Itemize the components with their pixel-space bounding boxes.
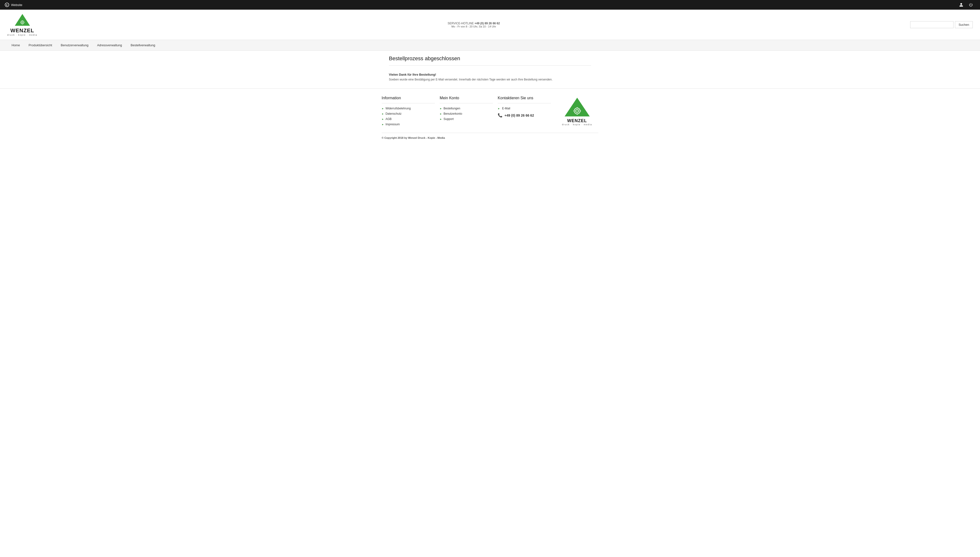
footer-logo-icon: [563, 96, 592, 117]
footer-konto-links: ► Bestellungen ► Benutzerkonto ► Support: [440, 107, 493, 121]
main-content: Bestellprozess abgeschlossen Vielen Dank…: [382, 50, 598, 84]
footer-contact-col: Kontaktieren Sie uns ► E-Mail 📞 +49 (0) …: [498, 96, 556, 128]
email-link[interactable]: E-Mail: [502, 107, 510, 110]
nav-item-addresses[interactable]: Adressverwaltung: [93, 40, 126, 50]
arrow-icon: ►: [382, 107, 384, 110]
arrow-icon: ►: [440, 107, 442, 110]
footer-konto-title: Mein Konto: [440, 96, 493, 103]
arrow-icon: ►: [440, 118, 442, 121]
svg-point-11: [577, 111, 578, 112]
top-bar: ▶ Website: [0, 0, 980, 10]
header-hotline: SERVICE-HOTLINE +49 (0) 89 26 66 62 Mo -…: [448, 22, 500, 28]
arrow-icon: ►: [382, 112, 384, 115]
nav-item-users[interactable]: Benutzerverwaltung: [56, 40, 93, 50]
arrow-icon: ►: [382, 123, 384, 126]
footer-contact-title: Kontaktieren Sie uns: [498, 96, 551, 103]
user-icon-button[interactable]: [957, 0, 965, 9]
website-link[interactable]: ▶ Website: [5, 3, 23, 7]
footer-link-bestellungen[interactable]: ► Bestellungen: [440, 107, 493, 110]
copyright-brand: Wenzel Druck - Kopie - Media: [408, 136, 445, 139]
success-title: Vielen Dank für Ihre Bestellung!: [389, 73, 591, 77]
footer-link-benutzerkonto[interactable]: ► Benutzerkonto: [440, 112, 493, 116]
arrow-icon: ►: [440, 112, 442, 115]
footer-konto-col: Mein Konto ► Bestellungen ► Benutzerkont…: [440, 96, 498, 128]
success-message: Vielen Dank für Ihre Bestellung! Soeben …: [389, 70, 591, 84]
nav-item-orders[interactable]: Bestellverwaltung: [126, 40, 159, 50]
footer-info-links: ► Widerrufsbelehrung ► Datenschutz ► AGB…: [382, 107, 435, 126]
nav-item-home[interactable]: Home: [7, 40, 24, 50]
footer-logo: WENZEL druck · kopie · media: [562, 96, 592, 126]
nav-item-products[interactable]: Produktübersicht: [24, 40, 57, 50]
footer-logo-subtitle: druck · kopie · media: [562, 123, 592, 126]
footer-logo-col: WENZEL druck · kopie · media: [556, 96, 598, 128]
success-text: Soeben wurde eine Bestätigung per E-Mail…: [389, 78, 591, 81]
hotline-number: +49 (0) 89 26 66 62: [475, 22, 500, 25]
footer-link-widerrufsbelehrung[interactable]: ► Widerrufsbelehrung: [382, 107, 435, 110]
website-label: Website: [11, 3, 23, 7]
footer-inner: Information ► Widerrufsbelehrung ► Daten…: [382, 96, 598, 128]
top-bar-actions: [957, 0, 975, 9]
footer-link-impressum[interactable]: ► Impressum: [382, 123, 435, 126]
logo-triangle-icon: [14, 13, 31, 26]
footer-bottom: © Copyright 2018 by Wenzel Druck - Kopie…: [382, 133, 598, 139]
search-input[interactable]: [910, 21, 954, 28]
footer-info-col: Information ► Widerrufsbelehrung ► Daten…: [382, 96, 440, 128]
arrow-icon: ►: [498, 107, 500, 110]
footer-logo-brand: WENZEL: [562, 118, 592, 123]
contact-email[interactable]: ► E-Mail: [498, 107, 551, 110]
play-icon: ▶: [5, 3, 9, 7]
logo-subtitle: druck · kopie · media: [7, 34, 37, 36]
logo: WENZEL druck · kopie · media: [7, 13, 37, 36]
svg-point-3: [22, 22, 23, 23]
logo-brand: WENZEL: [10, 28, 34, 34]
footer-link-support[interactable]: ► Support: [440, 117, 493, 121]
arrow-icon: ►: [382, 118, 384, 121]
footer: Information ► Widerrufsbelehrung ► Daten…: [0, 88, 980, 144]
footer-info-title: Information: [382, 96, 435, 103]
main-nav: Home Produktübersicht Benutzerverwaltung…: [0, 40, 980, 50]
search-button[interactable]: Suchen: [955, 21, 973, 28]
hotline-label: SERVICE-HOTLINE +49 (0) 89 26 66 62: [448, 22, 500, 25]
contact-phone: 📞 +49 (0) 89 26 66 62: [498, 113, 551, 117]
phone-icon: 📞: [498, 113, 502, 117]
footer-link-agb[interactable]: ► AGB: [382, 117, 435, 121]
phone-number: +49 (0) 89 26 66 62: [504, 114, 534, 117]
page-title: Bestellprozess abgeschlossen: [389, 50, 591, 65]
footer-link-datenschutz[interactable]: ► Datenschutz: [382, 112, 435, 116]
hotline-hours: Mo - Fr von 8 - 20 Uhr, Sa 10 - 14 Uhr: [448, 25, 500, 28]
power-icon-button[interactable]: [967, 0, 975, 9]
header: WENZEL druck · kopie · media SERVICE-HOT…: [0, 10, 980, 40]
copyright-text: © Copyright 2018 by: [382, 136, 408, 139]
search-area: Suchen: [910, 21, 973, 28]
